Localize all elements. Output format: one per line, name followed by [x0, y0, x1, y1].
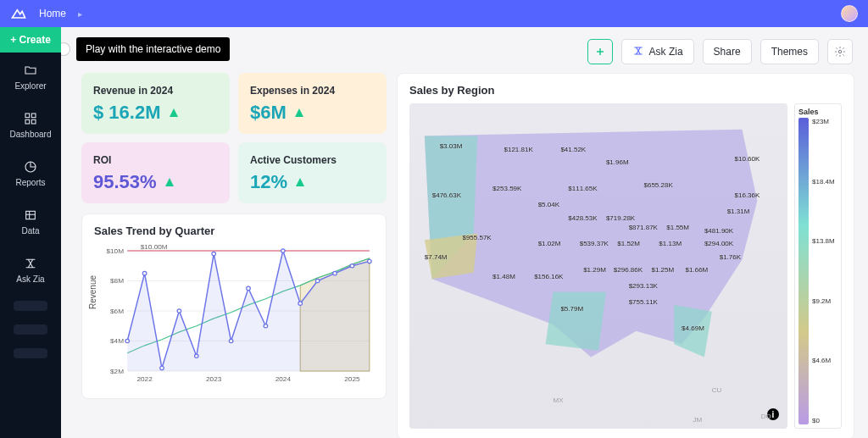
sales-by-region-panel[interactable]: Sales by Region i $3.03M$121.81K$41.52K$… [397, 73, 854, 438]
add-widget-button[interactable] [587, 39, 613, 64]
state-value-label: $3.03M [440, 142, 463, 150]
legend-tick: $9.2M [812, 297, 837, 305]
kpi-revenue[interactable]: Revenue in 2024 $ 16.2M [81, 73, 230, 134]
sidebar-placeholder [14, 348, 47, 358]
state-value-label: $428.53K [568, 214, 597, 222]
dashboard-icon [23, 111, 38, 126]
country-code-label: CU [712, 386, 722, 394]
kpi-grid: Revenue in 2024 $ 16.2M Expenses in 2024… [81, 73, 387, 203]
svg-point-35 [333, 271, 337, 274]
themes-button[interactable]: Themes [760, 39, 819, 64]
svg-point-37 [368, 259, 372, 263]
svg-text:2024: 2024 [275, 375, 292, 383]
svg-text:2025: 2025 [344, 375, 360, 383]
kpi-value: 12% [250, 171, 287, 193]
state-value-label: $41.52K [560, 146, 586, 153]
state-value-label: $1.31M [727, 208, 750, 215]
sidebar-item-label: Reports [15, 178, 45, 187]
state-value-label: $1.02M [538, 240, 561, 247]
svg-point-25 [160, 366, 164, 369]
svg-point-30 [247, 286, 251, 290]
svg-text:$4M: $4M [110, 338, 124, 346]
breadcrumb-chevron-icon: ▸ [78, 9, 82, 19]
sidebar-item-dashboard[interactable]: Dashboard [0, 101, 61, 149]
kpi-customers[interactable]: Active Customers 12% [238, 142, 387, 203]
country-code-label: DO [761, 413, 771, 420]
state-value-label: $481.90K [704, 227, 733, 235]
svg-text:$8M: $8M [110, 278, 124, 286]
sidebar-item-ask-zia[interactable]: Ask Zia [0, 246, 61, 294]
country-code-label: MX [553, 396, 563, 404]
svg-rect-5 [26, 211, 36, 219]
state-value-label: $10.60K [735, 155, 760, 163]
state-value-label: $5.79M [560, 305, 583, 313]
kpi-label: Revenue in 2024 [93, 85, 218, 97]
sidebar-placeholder [14, 324, 47, 335]
sidebar-placeholder [14, 301, 47, 311]
legend-tick: $23M [812, 118, 837, 125]
user-avatar[interactable] [841, 5, 858, 22]
ask-zia-button[interactable]: Ask Zia [621, 39, 694, 64]
button-label: Share [714, 46, 741, 58]
trend-up-icon [296, 178, 304, 186]
svg-point-27 [195, 354, 199, 358]
panel-title: Sales Trend by Quarter [94, 225, 374, 237]
y-axis-label: Revenue [88, 275, 97, 309]
svg-rect-2 [25, 119, 30, 124]
svg-point-6 [838, 50, 842, 53]
svg-point-29 [229, 339, 233, 342]
svg-point-31 [264, 324, 268, 328]
sidebar-item-explorer[interactable]: Explorer [0, 53, 61, 101]
sidebar: + Create Explorer Dashboard Reports Data… [0, 27, 61, 438]
kpi-expenses[interactable]: Expenses in 2024 $6M [238, 73, 387, 134]
tooltip-dot-icon [61, 43, 70, 55]
legend-tick: $13.8M [812, 237, 837, 245]
state-value-label: $719.28K [606, 214, 635, 222]
state-value-label: $16.36K [735, 191, 760, 199]
kpi-roi[interactable]: ROI 95.53% [81, 142, 230, 203]
ask-zia-icon [632, 45, 644, 59]
state-value-label: $5.04K [538, 201, 559, 208]
sales-trend-panel[interactable]: Sales Trend by Quarter Revenue $2M$4M$6M… [81, 213, 387, 399]
pie-chart-icon [23, 159, 38, 175]
home-link[interactable]: Home [39, 8, 66, 19]
sidebar-item-reports[interactable]: Reports [0, 149, 61, 197]
svg-rect-1 [31, 114, 36, 118]
svg-text:$6M: $6M [110, 308, 124, 315]
trend-up-icon [165, 178, 174, 186]
sidebar-item-data[interactable]: Data [0, 197, 61, 246]
kpi-value: $6M [250, 102, 287, 124]
state-value-label: $111.65K [568, 185, 597, 192]
create-button[interactable]: + Create [0, 27, 61, 53]
kpi-value: $ 16.2M [93, 102, 161, 124]
sidebar-item-label: Data [21, 226, 39, 236]
legend-tick: $18.4M [812, 178, 837, 186]
state-value-label: $476.63K [432, 191, 461, 199]
state-value-label: $293.13K [629, 282, 658, 290]
state-value-label: $253.59K [492, 185, 521, 192]
svg-text:2023: 2023 [206, 375, 222, 383]
state-value-label: $294.00K [704, 240, 733, 247]
sidebar-item-label: Ask Zia [16, 274, 44, 284]
state-value-label: $955.57K [462, 234, 491, 241]
tooltip-text: Play with the interactive demo [76, 37, 230, 61]
map-legend: Sales $23M$18.4M$13.8M$9.2M$4.6M$0 [794, 103, 842, 429]
state-value-label: $121.81K [504, 146, 533, 153]
kpi-label: Active Customers [250, 154, 375, 166]
svg-text:$2M: $2M [110, 368, 124, 375]
svg-text:2022: 2022 [136, 375, 153, 383]
share-button[interactable]: Share [703, 39, 752, 64]
svg-rect-3 [31, 119, 36, 124]
svg-point-28 [212, 252, 216, 255]
state-value-label: $1.48M [492, 273, 515, 280]
svg-rect-0 [25, 114, 30, 118]
svg-point-34 [315, 279, 320, 282]
legend-tick: $0 [812, 417, 837, 424]
settings-button[interactable] [827, 39, 853, 64]
ask-zia-icon [23, 256, 38, 271]
svg-point-23 [125, 339, 130, 342]
svg-point-24 [142, 271, 147, 274]
legend-gradient-icon [798, 118, 809, 424]
state-value-label: $1.25M [651, 266, 674, 274]
region-map[interactable]: i $3.03M$121.81K$41.52K$1.96M$10.60K$476… [409, 103, 787, 429]
